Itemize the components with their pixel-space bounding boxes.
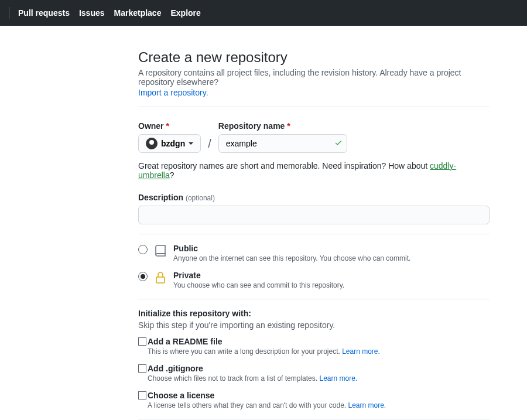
svg-rect-0	[156, 277, 165, 283]
repo-name-label-text: Repository name	[218, 121, 285, 131]
slash-separator: /	[206, 137, 214, 153]
page-title: Create a new repository	[138, 49, 490, 66]
gitignore-desc: Choose which files not to track from a l…	[148, 374, 490, 383]
hint-prefix: Great repository names are short and mem…	[138, 161, 430, 170]
public-text: Public Anyone on the internet can see th…	[173, 244, 410, 262]
radio-private[interactable]	[138, 272, 148, 281]
owner-repo-row: Owner * bzdgn / Repository name *	[138, 121, 490, 153]
owner-name: bzdgn	[161, 139, 185, 148]
repo-name-input[interactable]	[218, 134, 347, 153]
nav-explore[interactable]: Explore	[170, 8, 200, 18]
private-text: Private You choose who can see and commi…	[173, 271, 344, 289]
required-star: *	[166, 121, 169, 131]
gitignore-checkbox[interactable]	[138, 364, 146, 373]
public-title: Public	[173, 244, 410, 253]
top-nav: Pull requests Issues Marketplace Explore	[0, 0, 527, 26]
required-star: *	[287, 121, 290, 131]
nav-marketplace[interactable]: Marketplace	[114, 8, 162, 18]
avatar	[146, 138, 158, 149]
repo-name-label: Repository name *	[218, 121, 347, 131]
init-title: Initialize this repository with:	[138, 309, 490, 318]
repo-icon	[153, 244, 167, 258]
readme-checkbox[interactable]	[138, 337, 146, 346]
lock-icon	[153, 271, 167, 285]
private-title: Private	[173, 271, 344, 280]
divider	[138, 107, 490, 107]
public-desc: Anyone on the internet can see this repo…	[173, 254, 410, 262]
nav-separator	[9, 7, 10, 19]
repo-name-input-wrap	[218, 134, 347, 153]
repo-name-field: Repository name *	[218, 121, 347, 153]
license-learn-more-link[interactable]: Learn more.	[348, 401, 386, 409]
license-desc: A license tells others what they can and…	[148, 401, 490, 409]
readme-label[interactable]: Add a README file	[148, 337, 223, 346]
visibility-private-row[interactable]: Private You choose who can see and commi…	[138, 271, 490, 289]
license-label[interactable]: Choose a license	[148, 391, 214, 400]
license-desc-text: A license tells others what they can and…	[148, 401, 348, 409]
subtitle-text: A repository contains all project files,…	[138, 68, 461, 87]
divider	[138, 234, 490, 234]
nav-pull-requests[interactable]: Pull requests	[18, 8, 70, 18]
owner-label-text: Owner	[138, 121, 164, 131]
private-desc: You choose who can see and commit to thi…	[173, 281, 344, 289]
main-content: Create a new repository A repository con…	[134, 49, 494, 420]
visibility-public-row[interactable]: Public Anyone on the internet can see th…	[138, 244, 490, 262]
divider	[138, 299, 490, 299]
description-input[interactable]	[138, 206, 490, 224]
import-repository-link[interactable]: Import a repository.	[138, 88, 208, 97]
hint-q: ?	[170, 170, 174, 180]
nav-issues[interactable]: Issues	[79, 8, 105, 18]
optional-text: (optional)	[186, 194, 215, 202]
gitignore-label[interactable]: Add .gitignore	[148, 364, 203, 373]
description-label-text: Description	[138, 193, 183, 202]
name-hint: Great repository names are short and mem…	[138, 161, 490, 180]
page-subtitle: A repository contains all project files,…	[138, 68, 490, 87]
license-row: Choose a license A license tells others …	[138, 391, 490, 409]
readme-desc-text: This is where you can write a long descr…	[148, 347, 342, 356]
description-label: Description (optional)	[138, 193, 490, 202]
readme-row: Add a README file This is where you can …	[138, 337, 490, 356]
owner-dropdown[interactable]: bzdgn	[138, 134, 201, 153]
owner-field: Owner * bzdgn	[138, 121, 201, 153]
gitignore-learn-more-link[interactable]: Learn more.	[319, 374, 357, 383]
owner-label: Owner *	[138, 121, 201, 131]
readme-desc: This is where you can write a long descr…	[148, 347, 490, 356]
divider	[138, 419, 490, 419]
chevron-down-icon	[189, 142, 193, 145]
check-icon	[334, 139, 343, 149]
init-subtitle: Skip this step if you're importing an ex…	[138, 320, 490, 330]
license-checkbox[interactable]	[138, 391, 146, 399]
gitignore-desc-text: Choose which files not to track from a l…	[148, 374, 319, 383]
gitignore-row: Add .gitignore Choose which files not to…	[138, 364, 490, 383]
radio-public[interactable]	[138, 245, 148, 254]
readme-learn-more-link[interactable]: Learn more.	[342, 347, 380, 356]
